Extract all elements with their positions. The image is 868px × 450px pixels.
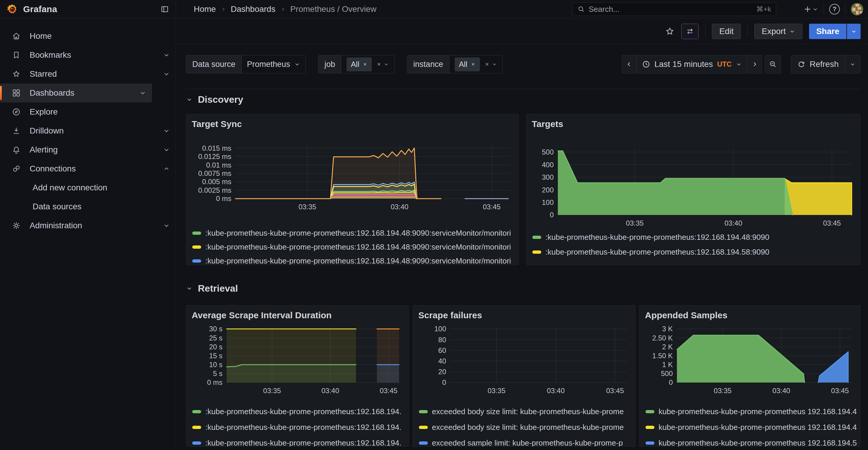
- legend-item[interactable]: kube-prometheus-kube-prome-prometheus 19…: [646, 435, 857, 447]
- panel-title[interactable]: Scrape failures: [418, 310, 482, 320]
- legend-label: :kube-prometheus-kube-prome-prometheus:1…: [205, 243, 511, 252]
- panel-title[interactable]: Target Sync: [192, 119, 242, 129]
- legend-item[interactable]: :kube-prometheus-kube-prome-prometheus:1…: [192, 404, 406, 419]
- chevron-down-icon[interactable]: [163, 128, 170, 134]
- refresh-button[interactable]: Refresh: [791, 55, 845, 73]
- search-input[interactable]: Search... ⌘+k: [572, 2, 776, 16]
- svg-text:5 s: 5 s: [213, 369, 222, 378]
- svg-text:2.50 K: 2.50 K: [652, 334, 673, 342]
- sidebar-item-administration[interactable]: Administration: [0, 216, 176, 235]
- share-dropdown-button[interactable]: [847, 24, 861, 39]
- edit-button[interactable]: Edit: [712, 24, 741, 39]
- sidebar-item-home[interactable]: Home: [0, 27, 176, 45]
- sidebar-item-data-sources[interactable]: Data sources: [0, 197, 176, 216]
- legend-label: exceeded body size limit: kube-prometheu…: [432, 423, 624, 432]
- refresh-icon: [797, 60, 805, 68]
- section-retrieval[interactable]: Retrieval: [186, 282, 860, 295]
- time-forward-button[interactable]: [747, 55, 762, 73]
- legend-item[interactable]: kube-prometheus-kube-prome-prometheus 19…: [646, 419, 857, 435]
- svg-text:0 ms: 0 ms: [207, 378, 222, 386]
- instance-label: instance: [407, 55, 450, 73]
- legend-item[interactable]: :kube-prometheus-kube-prome-prometheus:1…: [532, 230, 857, 245]
- svg-text:03:45: 03:45: [483, 203, 501, 211]
- avatar[interactable]: [851, 3, 863, 15]
- chevron-down-icon[interactable]: [163, 222, 170, 229]
- legend-item[interactable]: :kube-prometheus-kube-prome-prometheus:1…: [192, 226, 516, 240]
- chevron-down-icon[interactable]: [163, 147, 170, 153]
- svg-text:03:40: 03:40: [547, 387, 565, 395]
- svg-text:0: 0: [669, 378, 673, 386]
- help-button[interactable]: ?: [829, 4, 840, 14]
- panel-title[interactable]: Targets: [532, 119, 563, 129]
- breadcrumb-home[interactable]: Home: [194, 4, 216, 14]
- chevron-left-icon: [626, 61, 633, 68]
- export-button[interactable]: Export: [754, 24, 803, 39]
- sidebar-item-drilldown[interactable]: Drilldown: [0, 121, 176, 140]
- close-icon: [484, 61, 490, 67]
- breadcrumb-dashboards[interactable]: Dashboards: [231, 4, 276, 14]
- switch-view-button[interactable]: [681, 24, 699, 39]
- svg-text:03:45: 03:45: [606, 387, 624, 395]
- legend-item[interactable]: :kube-prometheus-kube-prome-prometheus:1…: [192, 254, 516, 265]
- collapse-sidebar-icon[interactable]: [160, 5, 169, 13]
- time-back-button[interactable]: [622, 55, 636, 73]
- sidebar-item-explore[interactable]: Explore: [0, 102, 176, 121]
- legend-label: :kube-prometheus-kube-prome-prometheus:1…: [546, 248, 769, 257]
- star-dashboard-button[interactable]: [665, 26, 675, 36]
- chevron-up-icon[interactable]: [163, 165, 170, 172]
- instance-clear-button[interactable]: [484, 61, 497, 67]
- chevron-down-icon[interactable]: [163, 52, 170, 58]
- datasource-select[interactable]: Prometheus: [242, 55, 306, 73]
- sidebar-item-starred[interactable]: Starred: [0, 65, 176, 84]
- topbar-left: Grafana: [0, 0, 176, 18]
- chevron-down-icon: [849, 61, 856, 67]
- svg-text:60: 60: [438, 346, 446, 354]
- legend-swatch: [192, 259, 201, 263]
- time-range-picker[interactable]: Last 15 minutes UTC: [636, 55, 747, 73]
- legend-label: :kube-prometheus-kube-prome-prometheus:1…: [205, 256, 511, 265]
- svg-text:40: 40: [438, 357, 446, 365]
- legend-item[interactable]: exceeded body size limit: kube-prometheu…: [419, 419, 632, 435]
- legend-item[interactable]: kube-prometheus-kube-prome-prometheus 19…: [646, 404, 857, 419]
- legend-item[interactable]: exceeded sample limit: kube-prometheus-k…: [419, 435, 632, 447]
- brand-name: Grafana: [23, 4, 57, 14]
- timezone-label[interactable]: UTC: [717, 60, 732, 68]
- panel-title[interactable]: Average Scrape Interval Duration: [192, 310, 332, 320]
- sidebar-item-bookmarks[interactable]: Bookmarks: [0, 45, 176, 65]
- svg-text:100: 100: [542, 198, 554, 206]
- grafana-logo[interactable]: [6, 4, 18, 15]
- chevron-down-icon[interactable]: [163, 71, 170, 77]
- legend-label: exceeded body size limit: kube-prometheu…: [432, 407, 624, 416]
- legend-label: :kube-prometheus-kube-prome-prometheus:1…: [205, 407, 401, 416]
- add-button[interactable]: [803, 4, 818, 14]
- legend-item[interactable]: :kube-prometheus-kube-prome-prometheus:1…: [192, 240, 516, 254]
- sidebar-item-label: Alerting: [30, 145, 154, 155]
- datasource-filter: Data source Prometheus: [186, 55, 306, 73]
- panel-title[interactable]: Appended Samples: [645, 310, 727, 320]
- legend-item[interactable]: :kube-prometheus-kube-prome-prometheus:1…: [532, 245, 857, 259]
- close-icon: [376, 61, 382, 67]
- svg-text:0.0125 ms: 0.0125 ms: [198, 153, 231, 160]
- sidebar-item-dashboards[interactable]: Dashboards: [0, 84, 152, 102]
- legend-item[interactable]: :kube-prometheus-kube-prome-prometheus:1…: [192, 435, 406, 447]
- chevron-down-icon: [294, 61, 300, 67]
- legend-item[interactable]: exceeded body size limit: kube-prometheu…: [419, 404, 632, 419]
- zoom-out-button[interactable]: [765, 55, 781, 73]
- refresh-interval-dropdown[interactable]: [845, 55, 860, 73]
- svg-text:03:35: 03:35: [626, 219, 644, 227]
- sidebar-item-connections[interactable]: Connections: [0, 159, 176, 178]
- sidebar-item-alerting[interactable]: Alerting: [0, 140, 176, 159]
- legend-item[interactable]: :kube-prometheus-kube-prome-prometheus:1…: [192, 419, 406, 435]
- sidebar-item-add-new-connection[interactable]: Add new connection: [0, 178, 176, 197]
- svg-text:03:35: 03:35: [263, 387, 281, 395]
- chevron-down-icon[interactable]: [140, 90, 146, 96]
- svg-text:500: 500: [661, 369, 673, 378]
- job-clear-button[interactable]: [376, 61, 389, 67]
- svg-text:0.0075 ms: 0.0075 ms: [198, 169, 231, 177]
- share-button[interactable]: Share: [809, 24, 846, 39]
- instance-value-chip[interactable]: All: [455, 58, 480, 71]
- svg-text:03:35: 03:35: [299, 203, 316, 211]
- section-discovery[interactable]: Discovery: [186, 93, 860, 106]
- job-value-chip[interactable]: All: [347, 58, 372, 71]
- legend-swatch: [192, 426, 201, 429]
